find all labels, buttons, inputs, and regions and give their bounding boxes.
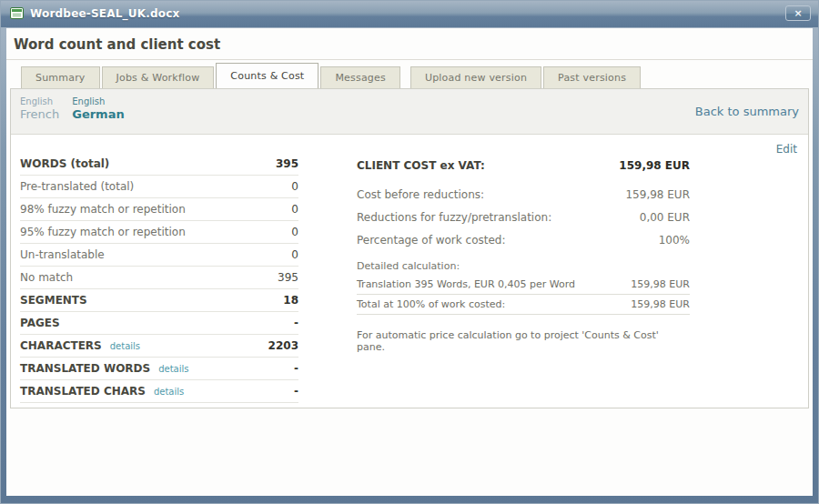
cost-row-before-reductions: Cost before reductions: 159,98 EUR [357, 183, 690, 206]
table-row-translated-chars: TRANSLATED CHARS details - [20, 380, 298, 403]
target-language-label: German [72, 107, 124, 121]
cost-rows: Cost before reductions: 159,98 EUR Reduc… [357, 183, 690, 251]
table-row-segments: SEGMENTS 18 [20, 289, 298, 312]
table-row-characters: CHARACTERS details 2203 [20, 335, 298, 358]
auto-price-note: For automatic price calculation go to pr… [357, 329, 690, 353]
tab-strip: Summary Jobs & Workflow Counts & Cost Me… [6, 60, 813, 88]
tab-counts-cost[interactable]: Counts & Cost [216, 63, 318, 88]
counts-cost-panel: English French English German Back to su… [10, 88, 809, 408]
target-language-label: French [20, 107, 59, 121]
client-cost-section: CLIENT COST ex VAT: 159,98 EUR Cost befo… [357, 153, 690, 403]
table-row-pages: PAGES - [20, 312, 298, 335]
translated-words-details-link[interactable]: details [158, 364, 188, 374]
edit-row: Edit [20, 135, 799, 153]
translated-chars-details-link[interactable]: details [154, 387, 184, 397]
table-row-untranslatable: Un-translatable 0 [20, 244, 298, 267]
edit-link[interactable]: Edit [776, 143, 797, 156]
language-pair-english-french[interactable]: English French [20, 89, 59, 134]
cost-row-percentage-costed: Percentage of work costed: 100% [357, 228, 690, 251]
dialog-window: Wordbee-SEAL_UK.docx × Word count and cl… [0, 0, 819, 504]
tab-summary[interactable]: Summary [21, 66, 100, 88]
content-columns: WORDS (total) 395 Pre-translated (total)… [20, 153, 799, 403]
source-language-label: English [20, 96, 59, 106]
language-pair-english-german[interactable]: English German [72, 89, 124, 134]
detailed-calculation-heading: Detailed calculation: [357, 257, 690, 275]
window-title: Wordbee-SEAL_UK.docx [30, 7, 179, 20]
document-icon [10, 7, 24, 19]
tab-messages[interactable]: Messages [320, 66, 400, 88]
tab-past-versions[interactable]: Past versions [543, 66, 641, 88]
back-to-summary-link[interactable]: Back to summary [695, 105, 799, 118]
close-icon: × [794, 7, 802, 19]
dialog-content: Word count and client cost Summary Jobs … [6, 28, 813, 496]
close-button[interactable]: × [785, 5, 811, 21]
table-row-words-total: WORDS (total) 395 [20, 153, 298, 176]
client-cost-header: CLIENT COST ex VAT: 159,98 EUR [357, 153, 690, 178]
detail-row-translation: Translation 395 Words, EUR 0,405 per Wor… [357, 275, 690, 295]
characters-details-link[interactable]: details [110, 341, 140, 351]
panel-body: Edit WORDS (total) 395 Pre-translated (t… [11, 135, 808, 408]
source-language-label: English [72, 96, 124, 106]
tab-upload-new-version[interactable]: Upload new version [410, 66, 541, 88]
titlebar: Wordbee-SEAL_UK.docx × [1, 1, 818, 27]
table-row-98-fuzzy: 98% fuzzy match or repetition 0 [20, 198, 298, 221]
table-row-95-fuzzy: 95% fuzzy match or repetition 0 [20, 221, 298, 244]
cost-row-reductions: Reductions for fuzzy/pretranslation: 0,0… [357, 206, 690, 228]
word-count-table: WORDS (total) 395 Pre-translated (total)… [20, 153, 298, 403]
page-title: Word count and client cost [6, 28, 813, 60]
language-header: English French English German Back to su… [11, 89, 808, 135]
table-row-pretranslated: Pre-translated (total) 0 [20, 176, 298, 198]
tab-jobs-workflow[interactable]: Jobs & Workflow [102, 66, 215, 88]
table-row-no-match: No match 395 [20, 267, 298, 289]
detail-row-total: Total at 100% of work costed: 159,98 EUR [357, 295, 690, 315]
table-row-translated-words: TRANSLATED WORDS details - [20, 358, 298, 380]
